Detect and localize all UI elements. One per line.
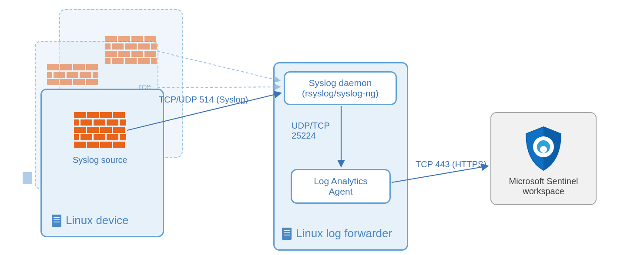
edge-label-daemon-to-agent: UDP/TCP 25224 [292,121,330,141]
sentinel-shield-icon [522,125,565,173]
microsoft-sentinel-workspace-card: Microsoft Sentinel workspace [490,112,597,205]
la-agent-line1: Log Analytics [314,176,368,186]
forwarder-title-text: Linux log forwarder [296,227,392,240]
edge-label-agent-to-sentinel: TCP 443 (HTTPS) [416,159,486,169]
sentinel-line1: Microsoft Sentinel [509,176,578,186]
linux-device-title-text: Linux device [66,214,129,227]
daemon-to-agent-line1: UDP/TCP [292,121,330,131]
firewall-icon-ghost-back [105,36,157,66]
document-icon-forwarder [282,228,292,240]
sentinel-line2: workspace [509,186,578,196]
firewall-icon [74,112,126,151]
document-icon [52,215,61,227]
la-agent-line2: Agent [314,186,368,197]
syslog-daemon-line2: (rsyslog/syslog-ng) [302,88,379,99]
linux-device-title: Linux device [52,214,129,227]
linux-log-forwarder-title: Linux log forwarder [282,227,392,240]
edge-label-src-to-daemon: TCP/UDP 514 (Syslog) [159,95,248,105]
document-icon-ghost-mid [23,172,32,184]
syslog-source-label: Syslog source [73,155,127,165]
syslog-daemon-box: Syslog daemon (rsyslog/syslog-ng) [284,71,397,105]
svg-point-2 [540,146,547,153]
daemon-to-agent-line2: 25224 [292,131,330,141]
firewall-icon-ghost-mid [47,64,98,88]
log-analytics-agent-box: Log Analytics Agent [291,169,391,204]
syslog-daemon-line1: Syslog daemon [302,78,379,88]
